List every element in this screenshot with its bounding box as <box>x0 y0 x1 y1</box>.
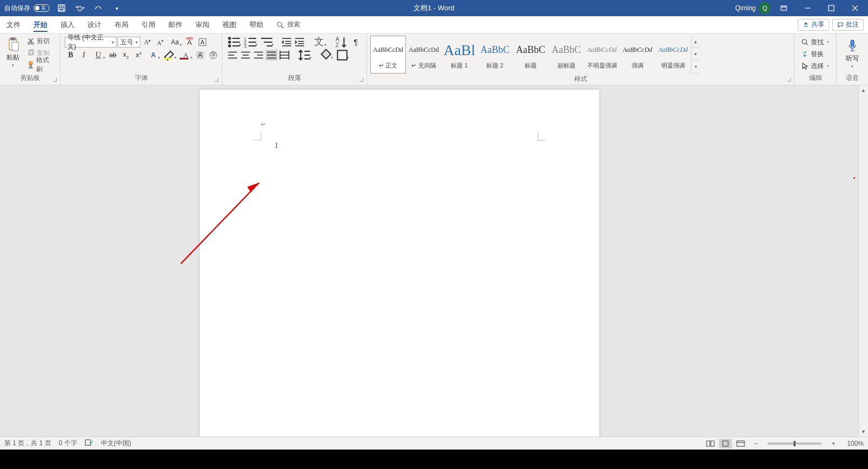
bullets-icon[interactable]: ▾ <box>227 37 242 48</box>
style-item[interactable]: AaBbCcDd强调 <box>620 36 655 73</box>
enclose-characters-icon[interactable]: 字 <box>207 50 219 61</box>
zoom-level[interactable]: 100% <box>842 440 864 447</box>
style-item[interactable]: AaBl标题 1 <box>442 36 477 73</box>
increase-font-icon[interactable]: A▴ <box>141 37 153 48</box>
dialog-launcher-icon[interactable] <box>51 76 58 83</box>
sort-icon[interactable]: AZ <box>334 37 349 48</box>
save-icon[interactable] <box>55 2 68 15</box>
read-mode-icon[interactable] <box>704 439 717 448</box>
tab-mailings[interactable]: 邮件 <box>162 16 189 33</box>
page[interactable]: ↵ I <box>200 90 599 437</box>
dictate-button[interactable]: 听写 ▾ <box>845 38 860 69</box>
character-shading-icon[interactable]: A <box>194 50 206 61</box>
user-account[interactable]: Qiming Q <box>735 2 771 14</box>
character-border-icon[interactable]: A <box>196 37 208 48</box>
font-size-combo[interactable]: 五号▾ <box>118 37 140 48</box>
dialog-launcher-icon[interactable] <box>213 76 220 83</box>
redo-icon[interactable] <box>92 2 105 15</box>
style-item[interactable]: AaBbC标题 2 <box>477 36 513 73</box>
replace-button[interactable]: 替换 <box>799 49 826 59</box>
style-item[interactable]: AaBbCcDd不明显强调 <box>584 36 620 73</box>
expand-gallery-icon[interactable]: ▾ <box>691 61 700 73</box>
dialog-launcher-icon[interactable] <box>358 76 364 83</box>
share-button[interactable]: 共享 <box>798 19 829 31</box>
distribute-icon[interactable] <box>279 50 290 61</box>
line-spacing-icon[interactable]: ▾ <box>297 50 312 61</box>
zoom-in-icon[interactable]: + <box>827 439 840 448</box>
toggle-switch[interactable]: 关 <box>33 4 50 12</box>
strikethrough-button[interactable]: ab <box>107 50 119 61</box>
justify-icon[interactable] <box>266 50 277 61</box>
style-preview: AaBbC <box>552 40 581 61</box>
print-layout-icon[interactable] <box>719 439 732 448</box>
text-effects-icon[interactable]: A▾ <box>146 50 161 61</box>
tab-review[interactable]: 审阅 <box>189 16 216 33</box>
tab-insert[interactable]: 插入 <box>54 16 81 33</box>
tab-help[interactable]: 帮助 <box>243 16 270 33</box>
web-layout-icon[interactable] <box>734 439 747 448</box>
scroll-up-icon[interactable]: ▲ <box>859 85 868 95</box>
subscript-button[interactable]: x2 <box>120 50 132 61</box>
dialog-launcher-icon[interactable] <box>785 76 792 83</box>
borders-icon[interactable]: ▾ <box>335 50 350 61</box>
scroll-track[interactable] <box>859 95 868 427</box>
tab-view[interactable]: 视图 <box>216 16 243 33</box>
numbering-icon[interactable]: 123▾ <box>243 37 258 48</box>
decrease-indent-icon[interactable] <box>281 37 293 48</box>
scroll-up-icon[interactable]: ▲ <box>691 36 700 48</box>
minimize-icon[interactable] <box>797 0 818 16</box>
align-center-icon[interactable] <box>240 50 252 61</box>
comments-button[interactable]: 批注 <box>832 19 864 31</box>
zoom-slider[interactable] <box>768 443 822 445</box>
styles-scroll[interactable]: ▲▼▾ <box>691 36 700 73</box>
bold-button[interactable]: B <box>65 50 77 61</box>
decrease-font-icon[interactable]: A▾ <box>154 37 166 48</box>
tab-design[interactable]: 设计 <box>81 16 108 33</box>
style-item[interactable]: AaBbCcDd↵ 无间隔 <box>406 36 442 73</box>
select-button[interactable]: 选择▾ <box>799 61 831 71</box>
align-left-icon[interactable] <box>227 50 239 61</box>
font-name-combo[interactable]: 等线 (中文正文)▾ <box>65 37 117 48</box>
italic-button[interactable]: I <box>78 50 90 61</box>
asian-layout-icon[interactable]: 文▾ <box>312 37 327 48</box>
close-icon[interactable] <box>844 0 866 16</box>
find-button[interactable]: 查找▾ <box>799 37 831 48</box>
vertical-scrollbar[interactable]: ▲ ▼ <box>858 85 868 437</box>
maximize-icon[interactable] <box>820 0 842 16</box>
phonetic-guide-icon[interactable]: Awén <box>184 37 195 48</box>
tab-references[interactable]: 引用 <box>135 16 162 33</box>
ribbon-display-icon[interactable] <box>773 0 795 16</box>
language-indicator[interactable]: 中文(中国) <box>101 439 131 448</box>
shading-icon[interactable]: ▾ <box>318 50 334 61</box>
page-indicator[interactable]: 第 1 页，共 1 页 <box>4 439 51 448</box>
style-item[interactable]: AaBbC标题 <box>513 36 548 73</box>
word-count[interactable]: 0 个字 <box>59 439 77 448</box>
qat-customize-icon[interactable]: ▾ <box>110 2 123 15</box>
font-color-icon[interactable]: A▾ <box>178 50 193 61</box>
tab-layout[interactable]: 布局 <box>108 16 135 33</box>
multilevel-list-icon[interactable]: ▾ <box>259 37 274 48</box>
autosave-toggle[interactable]: 自动保存 关 <box>4 4 50 13</box>
change-case-icon[interactable]: Aa▾ <box>167 37 182 48</box>
show-marks-icon[interactable]: ¶ <box>350 37 362 48</box>
search-button[interactable]: 搜索 <box>270 16 307 33</box>
tab-home[interactable]: 开始 <box>27 16 54 33</box>
style-item[interactable]: AaBbCcDd明显强调 <box>655 36 691 73</box>
zoom-out-icon[interactable]: − <box>749 439 762 448</box>
format-painter-button[interactable]: 格式刷 <box>25 59 58 70</box>
increase-indent-icon[interactable] <box>294 37 306 48</box>
style-item[interactable]: AaBbC副标题 <box>548 36 584 73</box>
spellcheck-icon[interactable] <box>85 439 93 448</box>
undo-icon[interactable]: ▾ <box>73 2 86 15</box>
tab-file[interactable]: 文件 <box>0 16 27 33</box>
paste-button[interactable]: 粘贴 ▾ <box>2 35 24 68</box>
cut-button[interactable]: 剪切 <box>25 36 58 46</box>
align-right-icon[interactable] <box>253 50 265 61</box>
scroll-down-icon[interactable]: ▼ <box>859 427 868 437</box>
superscript-button[interactable]: x2 <box>133 50 145 61</box>
style-item[interactable]: AaBbCcDd↵ 正文 <box>370 36 406 73</box>
highlight-icon[interactable]: ▾ <box>162 50 177 61</box>
scroll-down-icon[interactable]: ▼ <box>691 48 700 61</box>
document-area[interactable]: ↵ I ▲ ▼ <box>0 85 868 437</box>
underline-button[interactable]: U▾ <box>91 50 106 61</box>
